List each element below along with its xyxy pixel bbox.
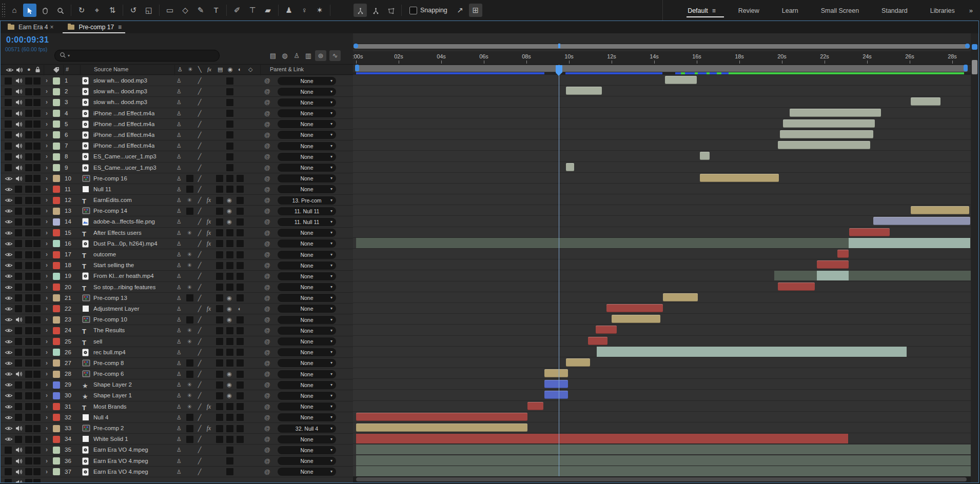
solo-slot[interactable]	[25, 327, 32, 334]
quality-switch-icon[interactable]: ╱	[195, 390, 204, 401]
layer-name[interactable]: iPhone ...nd Effect.m4a	[93, 108, 154, 119]
orbit-camera-tool[interactable]: ↻	[75, 4, 88, 17]
shy-switch-icon[interactable]: ♙	[175, 336, 183, 347]
puppet-joint-1[interactable]	[354, 4, 367, 17]
expand-chevron-icon[interactable]: ›	[46, 325, 48, 336]
pickwhip-icon[interactable]: @	[264, 75, 270, 86]
motion-blur-switch-icon[interactable]: ◉	[225, 195, 233, 206]
shape-tool[interactable]: ◇	[179, 4, 192, 17]
layer-row[interactable]: ›22Adjustment Layer♙╱fx◉◐@None▾	[1, 304, 353, 314]
quality-switch-icon[interactable]: ╱	[195, 379, 204, 390]
adjustment-slot[interactable]	[237, 338, 244, 345]
layer-duration-bar[interactable]	[356, 445, 971, 455]
rotation-tool[interactable]: ↺	[127, 4, 140, 17]
quality-switch-icon[interactable]: ╱	[195, 423, 204, 434]
eye-icon[interactable]	[5, 392, 13, 399]
pickwhip-icon[interactable]: @	[264, 379, 270, 390]
layer-duration-bar[interactable]	[356, 434, 848, 444]
audio-icon[interactable]	[15, 425, 23, 432]
shy-switch-icon[interactable]: ♙	[175, 151, 183, 162]
layer-name[interactable]: So stop...ribing features	[93, 282, 155, 293]
layer-duration-bar[interactable]	[588, 337, 607, 345]
shy-switch-icon[interactable]: ♙	[175, 358, 183, 369]
collapse-switch-slot[interactable]	[186, 414, 193, 421]
eye-icon[interactable]	[5, 261, 13, 269]
parent-select[interactable]: None▾	[278, 131, 336, 139]
audio-slot[interactable]	[15, 273, 22, 280]
solo-slot[interactable]	[25, 479, 32, 482]
quality-switch-icon[interactable]: ╱	[195, 293, 204, 304]
label-swatch[interactable]	[53, 359, 60, 367]
effects-switch-icon[interactable]: fx	[205, 195, 213, 206]
effects-switch-icon[interactable]: fx	[205, 228, 213, 238]
layer-row[interactable]: ›16Dust Pa...0p, h264).mp4♙╱fx@None▾	[1, 238, 353, 249]
pickwhip-icon[interactable]: @	[264, 423, 270, 434]
eye-slot[interactable]	[5, 110, 12, 117]
collapse-switch-icon[interactable]: ✳	[185, 390, 193, 401]
shy-switch-icon[interactable]: ♙	[175, 163, 183, 173]
layer-duration-bar[interactable]	[606, 304, 663, 312]
lock-slot[interactable]	[33, 414, 41, 421]
motion-blur-slot[interactable]	[226, 131, 233, 138]
layer-name[interactable]: iPhone ...nd Effect.m4a	[93, 140, 154, 151]
lock-slot[interactable]	[33, 327, 41, 334]
label-swatch[interactable]	[53, 99, 60, 106]
layer-name[interactable]: Shape Layer 1	[93, 390, 132, 401]
layer-name[interactable]: Pre-comp 8	[93, 358, 124, 369]
motion-blur-slot[interactable]	[226, 186, 233, 193]
adjustment-slot[interactable]	[237, 392, 244, 399]
layer-duration-bar[interactable]	[790, 109, 881, 117]
layer-row[interactable]: ›8ES_Came...ucer_1.mp3♙╱@None▾	[1, 151, 353, 162]
pickwhip-icon[interactable]: @	[264, 163, 270, 173]
pickwhip-icon[interactable]: @	[264, 445, 270, 455]
motion-blur-toggle-icon[interactable]: ⊚	[315, 50, 326, 61]
parent-select[interactable]: 32. Null 4▾	[278, 425, 336, 433]
adjustment-slot[interactable]	[237, 425, 244, 432]
eye-icon[interactable]	[5, 338, 13, 346]
layer-name[interactable]: White Solid 1	[93, 434, 128, 445]
motion-blur-slot[interactable]	[226, 240, 233, 247]
parent-select[interactable]: None▾	[278, 392, 336, 400]
eye-icon[interactable]	[5, 240, 13, 248]
label-swatch[interactable]	[53, 240, 60, 247]
label-swatch[interactable]	[53, 77, 60, 85]
layer-row[interactable]: ›30★Shape Layer 1♙✳╱◉@None▾	[1, 390, 353, 401]
hand-tool[interactable]	[38, 4, 52, 17]
parent-select[interactable]: None▾	[278, 164, 336, 172]
lock-slot[interactable]	[33, 208, 41, 215]
motion-blur-slot[interactable]	[226, 468, 233, 475]
parent-select[interactable]: None▾	[278, 77, 336, 85]
audio-slot[interactable]	[15, 186, 22, 193]
effects-switch-icon[interactable]: fx	[205, 401, 213, 412]
shy-switch-icon[interactable]: ♙	[175, 140, 183, 151]
lock-slot[interactable]	[33, 175, 41, 182]
frame-blend-slot[interactable]	[216, 392, 223, 399]
label-swatch[interactable]	[53, 447, 60, 454]
eye-icon[interactable]	[5, 196, 13, 204]
layer-name[interactable]: EarnEdits.com	[93, 195, 132, 206]
solo-slot[interactable]	[25, 305, 32, 312]
parent-select[interactable]: None▾	[278, 468, 336, 476]
workspace-tab-learn[interactable]: Learn	[782, 1, 798, 21]
label-swatch[interactable]	[53, 294, 60, 301]
layer-row[interactable]: ›3slow wh... dood.mp3♙╱@None▾	[1, 97, 353, 108]
collapse-switch-icon[interactable]: ✳	[185, 260, 193, 271]
motion-blur-slot[interactable]	[226, 436, 233, 443]
dolly-camera-tool[interactable]: ⇅	[106, 4, 119, 17]
layer-row[interactable]: ›25Tsell♙✳╱@None▾	[1, 336, 353, 347]
layer-name[interactable]: slow wh... dood.mp3	[93, 97, 147, 108]
layer-duration-bar[interactable]	[778, 141, 871, 149]
horizontal-scrollbar[interactable]	[353, 476, 971, 482]
eye-icon[interactable]	[5, 305, 13, 313]
layer-row[interactable]: ›35Earn Era VO 4.mpeg♙╱@None▾	[1, 445, 353, 455]
label-swatch[interactable]	[53, 164, 60, 171]
parent-select[interactable]: None▾	[278, 142, 336, 150]
layer-duration-bar[interactable]	[849, 271, 971, 281]
lock-slot[interactable]	[33, 305, 41, 312]
audio-slot[interactable]	[15, 294, 22, 301]
expand-chevron-icon[interactable]: ›	[46, 119, 48, 130]
pickwhip-icon[interactable]: @	[264, 358, 270, 369]
parent-select[interactable]: 11. Null 11▾	[278, 218, 336, 226]
solo-slot[interactable]	[25, 240, 32, 247]
motion-blur-slot[interactable]	[226, 143, 233, 150]
